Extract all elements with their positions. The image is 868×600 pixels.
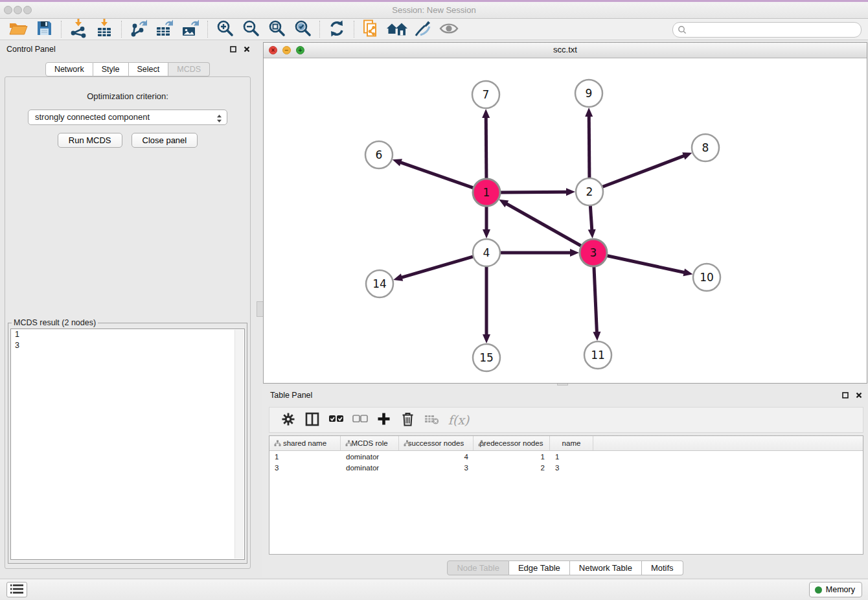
network-maximize-button[interactable]: + xyxy=(296,46,304,54)
column-header-predecessor-nodes[interactable]: predecessor nodes xyxy=(474,436,550,450)
zoom-in-button[interactable] xyxy=(212,19,238,39)
network-minimize-button[interactable]: − xyxy=(282,46,291,54)
graph-node-11[interactable]: 11 xyxy=(584,341,611,369)
table-settings-button[interactable] xyxy=(276,409,300,431)
close-icon xyxy=(856,392,862,398)
column-header-name[interactable]: name xyxy=(550,436,593,450)
add-column-button[interactable] xyxy=(372,409,396,431)
close-panel-button[interactable] xyxy=(242,44,252,54)
memory-status-icon xyxy=(815,586,822,594)
graph-edge-4-14[interactable] xyxy=(400,257,474,278)
table-close-button[interactable] xyxy=(854,390,864,400)
graph-node-14[interactable]: 14 xyxy=(366,270,393,297)
table-row[interactable]: 1dominator411 xyxy=(269,451,863,462)
tab-edge-table[interactable]: Edge Table xyxy=(509,560,570,575)
task-history-button[interactable] xyxy=(6,582,27,597)
graph-node-label: 7 xyxy=(483,88,490,101)
tab-select[interactable]: Select xyxy=(129,62,169,76)
apply-style-button[interactable] xyxy=(410,19,436,39)
graph-node-2[interactable]: 2 xyxy=(576,178,603,205)
zoom-out-button[interactable] xyxy=(238,19,264,39)
graph-edge-3-10[interactable] xyxy=(607,256,686,273)
close-panel-inner-button[interactable]: Close panel xyxy=(131,133,198,148)
float-panel-button[interactable] xyxy=(228,44,238,54)
toolbar-separator xyxy=(319,21,320,38)
deselect-all-rows-button[interactable] xyxy=(348,409,372,431)
graph-node-10[interactable]: 10 xyxy=(693,264,720,291)
graph-edge-arrowhead xyxy=(588,229,596,238)
control-panel: Control Panel NetworkStyleSelectMCDS Opt… xyxy=(0,40,255,579)
search-icon xyxy=(678,25,687,37)
column-label: shared name xyxy=(283,439,326,447)
save-session-button[interactable] xyxy=(31,19,57,39)
tab-motifs[interactable]: Motifs xyxy=(642,560,683,575)
zoom-window-button[interactable] xyxy=(23,6,32,14)
export-image-button[interactable] xyxy=(177,19,203,39)
column-header-successor-nodes[interactable]: successor nodes xyxy=(399,436,474,450)
graph-node-label: 1 xyxy=(483,186,490,199)
graph-node-15[interactable]: 15 xyxy=(473,344,500,371)
graph-edge-3-11[interactable] xyxy=(594,266,597,334)
run-mcds-button[interactable]: Run MCDS xyxy=(58,133,122,148)
graph-edge-2-9[interactable] xyxy=(589,115,589,178)
graph-node-4[interactable]: 4 xyxy=(473,239,500,266)
graph-edge-2-3[interactable] xyxy=(590,205,592,231)
graph-edge-1-6[interactable] xyxy=(399,162,474,188)
graph-node-3[interactable]: 3 xyxy=(580,239,607,266)
open-session-button[interactable] xyxy=(5,19,31,39)
folder-open-icon xyxy=(8,19,28,39)
delete-column-button[interactable] xyxy=(396,409,420,431)
graph-edge-1-7[interactable] xyxy=(486,116,486,179)
search-input[interactable] xyxy=(690,23,854,36)
graph-node-label: 10 xyxy=(700,271,714,284)
network-window-titlebar[interactable]: × − + scc.txt xyxy=(264,43,867,58)
table-row[interactable]: 3dominator323 xyxy=(269,462,863,473)
mcds-result-list[interactable]: 13 xyxy=(10,329,245,560)
refresh-view-button[interactable] xyxy=(324,19,350,39)
criterion-select[interactable]: strongly connected component xyxy=(28,110,227,125)
graph-edge-2-8[interactable] xyxy=(602,156,686,187)
function-builder-button[interactable]: f(x) xyxy=(444,409,474,431)
tab-network-table[interactable]: Network Table xyxy=(570,560,642,575)
result-scrollbar[interactable] xyxy=(234,330,244,559)
network-close-button[interactable]: × xyxy=(269,46,277,54)
tab-network[interactable]: Network xyxy=(45,62,93,76)
import-table-button[interactable] xyxy=(91,19,117,39)
close-window-button[interactable] xyxy=(4,6,12,14)
network-from-file-button[interactable] xyxy=(358,19,384,39)
tree-icon xyxy=(274,440,281,448)
graph-node-label: 4 xyxy=(483,246,490,259)
tree-icon xyxy=(345,440,352,448)
network-graph[interactable]: 7968124314101511 xyxy=(264,58,867,383)
column-header-mcds-role[interactable]: MCDS role xyxy=(341,436,399,450)
delete-table-button[interactable] xyxy=(420,409,444,431)
show-column-panel-button[interactable] xyxy=(300,409,324,431)
import-network-icon xyxy=(69,19,88,40)
column-header-shared-name[interactable]: shared name xyxy=(269,436,341,450)
tab-style[interactable]: Style xyxy=(93,62,129,76)
export-network-icon xyxy=(129,19,148,40)
home-button[interactable] xyxy=(384,19,410,39)
graph-edge-3-1[interactable] xyxy=(505,203,582,246)
graph-node-7[interactable]: 7 xyxy=(472,81,499,108)
graph-node-6[interactable]: 6 xyxy=(365,141,393,168)
export-network-button[interactable] xyxy=(126,19,152,39)
column-label: successor nodes xyxy=(408,439,464,447)
graph-edge-1-2[interactable] xyxy=(500,192,568,192)
zoom-selected-button[interactable] xyxy=(290,19,315,39)
tab-mcds[interactable]: MCDS xyxy=(168,62,210,76)
graph-node-9[interactable]: 9 xyxy=(575,80,602,107)
minimize-window-button[interactable] xyxy=(14,6,22,14)
select-all-rows-button[interactable] xyxy=(324,409,348,431)
memory-button[interactable]: Memory xyxy=(809,582,862,597)
show-hide-graphics-button[interactable] xyxy=(436,19,462,39)
paintbrush-icon xyxy=(413,19,433,40)
import-network-button[interactable] xyxy=(65,19,91,39)
graph-node-8[interactable]: 8 xyxy=(692,134,719,161)
export-table-button[interactable] xyxy=(152,19,177,39)
tab-node-table[interactable]: Node Table xyxy=(447,560,509,575)
zoom-fit-button[interactable] xyxy=(264,19,290,39)
graph-edge-arrowhead xyxy=(483,334,490,343)
graph-node-1[interactable]: 1 xyxy=(473,179,500,206)
table-float-button[interactable] xyxy=(840,390,851,400)
